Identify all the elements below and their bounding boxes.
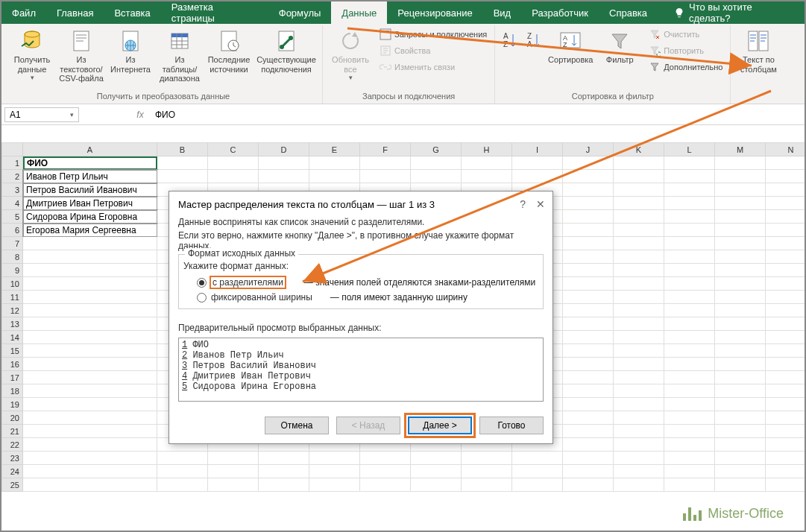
row-header-10[interactable]: 10: [2, 277, 23, 291]
cell[interactable]: [614, 183, 664, 197]
tab-review[interactable]: Рецензирование: [387, 1, 482, 24]
cell[interactable]: [664, 371, 715, 384]
recent-sources-button[interactable]: Последние источники: [206, 27, 252, 74]
cell[interactable]: [23, 465, 157, 478]
cell[interactable]: [23, 438, 157, 452]
row-header-14[interactable]: 14: [2, 331, 23, 344]
cell[interactable]: [766, 224, 806, 237]
cell[interactable]: [208, 465, 259, 478]
cell[interactable]: [512, 465, 563, 478]
cell[interactable]: [23, 425, 157, 438]
cell[interactable]: [360, 452, 411, 465]
col-header-E[interactable]: E: [309, 143, 360, 156]
cell[interactable]: [614, 478, 664, 492]
cell[interactable]: [614, 358, 664, 371]
col-header-C[interactable]: C: [208, 143, 259, 156]
cell[interactable]: [614, 438, 664, 452]
cell[interactable]: ФИО: [23, 156, 157, 170]
tell-me[interactable]: Что вы хотите сделать?: [664, 1, 805, 24]
cell[interactable]: [614, 371, 664, 384]
back-button[interactable]: < Назад: [336, 417, 400, 434]
finish-button[interactable]: Готово: [479, 417, 544, 434]
col-header-H[interactable]: H: [462, 143, 512, 156]
cell[interactable]: [563, 358, 614, 371]
row-header-12[interactable]: 12: [2, 304, 23, 317]
cell[interactable]: [462, 478, 512, 492]
cell[interactable]: [563, 398, 614, 411]
col-header-I[interactable]: I: [512, 143, 563, 156]
cell[interactable]: [766, 210, 806, 224]
clear-filter-button[interactable]: Очистить: [646, 27, 725, 42]
cell[interactable]: [462, 465, 512, 478]
cell[interactable]: [614, 156, 664, 170]
cell[interactable]: [614, 237, 664, 250]
col-header-D[interactable]: D: [259, 143, 309, 156]
cell[interactable]: [664, 331, 715, 344]
cell[interactable]: [309, 170, 360, 183]
close-button[interactable]: ✕: [536, 198, 545, 210]
tab-formulas[interactable]: Формулы: [268, 1, 332, 24]
cell[interactable]: [259, 170, 309, 183]
row-header-18[interactable]: 18: [2, 384, 23, 398]
name-box[interactable]: A1▾: [4, 107, 79, 122]
refresh-all-button[interactable]: Обновить все▾: [327, 27, 374, 82]
cell[interactable]: [664, 478, 715, 492]
cell[interactable]: [766, 264, 806, 277]
cell[interactable]: [462, 156, 512, 170]
cell[interactable]: [715, 156, 766, 170]
cell[interactable]: [664, 170, 715, 183]
cell[interactable]: [208, 170, 259, 183]
cell[interactable]: Дмитриев Иван Петрович: [23, 197, 157, 210]
cell[interactable]: [512, 156, 563, 170]
cell[interactable]: [715, 398, 766, 411]
cell[interactable]: [512, 170, 563, 183]
cell[interactable]: [766, 398, 806, 411]
cell[interactable]: [309, 156, 360, 170]
cell[interactable]: [614, 250, 664, 264]
from-web-button[interactable]: Из Интернета: [107, 27, 154, 74]
row-header-15[interactable]: 15: [2, 344, 23, 358]
cell[interactable]: [563, 291, 614, 304]
tab-file[interactable]: Файл: [1, 1, 46, 24]
cell[interactable]: [664, 183, 715, 197]
cell[interactable]: Егорова Мария Сергеевна: [23, 224, 157, 237]
cell[interactable]: [23, 237, 157, 250]
cell[interactable]: [23, 304, 157, 317]
cell[interactable]: [664, 237, 715, 250]
cell[interactable]: [664, 317, 715, 331]
cell[interactable]: [664, 277, 715, 291]
cell[interactable]: [23, 264, 157, 277]
row-header-9[interactable]: 9: [2, 264, 23, 277]
row-header-3[interactable]: 3: [2, 183, 23, 197]
cell[interactable]: [512, 478, 563, 492]
cell[interactable]: [411, 156, 462, 170]
cell[interactable]: [563, 425, 614, 438]
cell[interactable]: [715, 291, 766, 304]
cell[interactable]: [766, 237, 806, 250]
cell[interactable]: [23, 344, 157, 358]
cell[interactable]: [23, 371, 157, 384]
cell[interactable]: [360, 465, 411, 478]
cell[interactable]: [766, 358, 806, 371]
cell[interactable]: [715, 210, 766, 224]
radio-delimited[interactable]: [197, 278, 207, 288]
cell[interactable]: [563, 384, 614, 398]
cell[interactable]: [614, 224, 664, 237]
row-header-13[interactable]: 13: [2, 317, 23, 331]
cell[interactable]: [664, 291, 715, 304]
cell[interactable]: [614, 344, 664, 358]
cell[interactable]: [157, 170, 208, 183]
cell[interactable]: [715, 197, 766, 210]
cell[interactable]: [563, 452, 614, 465]
cell[interactable]: [23, 250, 157, 264]
cell[interactable]: [563, 317, 614, 331]
cell[interactable]: [715, 237, 766, 250]
cell[interactable]: [766, 425, 806, 438]
cell[interactable]: [614, 384, 664, 398]
cell[interactable]: [563, 411, 614, 425]
cell[interactable]: [715, 358, 766, 371]
cell[interactable]: [715, 170, 766, 183]
cell[interactable]: [715, 371, 766, 384]
from-csv-button[interactable]: Из текстового/ CSV-файла: [58, 27, 104, 83]
cell[interactable]: [512, 452, 563, 465]
